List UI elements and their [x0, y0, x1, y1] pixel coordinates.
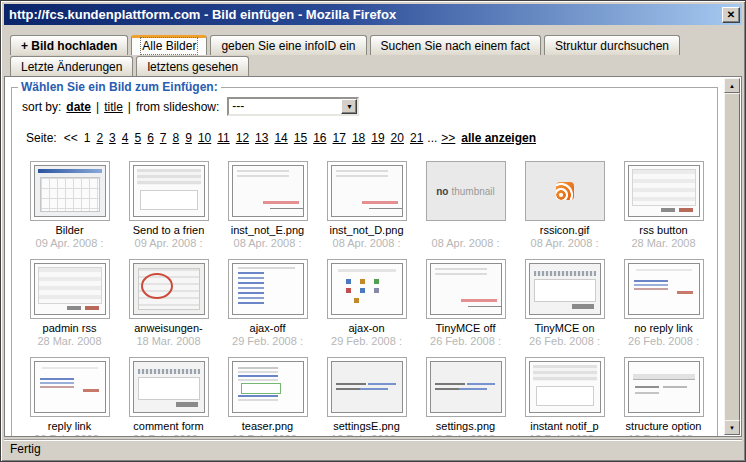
thumbnail-frame [624, 259, 704, 319]
thumbnail-cell: settings.png13 Feb. 2008 : [416, 357, 515, 436]
tab-letztens-gesehen[interactable]: letztens gesehen [136, 56, 249, 76]
tab-alle-bilder[interactable]: Alle Bilder [131, 35, 207, 55]
tab-struktur-durchsuchen[interactable]: Struktur durchsuchen [544, 35, 680, 55]
thumbnail-image[interactable] [628, 361, 700, 413]
no-thumbnail-label-bold: no [436, 186, 448, 197]
close-button[interactable]: ✕ [722, 7, 740, 23]
thumbnail-image[interactable]: nothumbnail [427, 162, 505, 220]
scroll-up-button[interactable]: ▲ [724, 78, 740, 93]
page-link-13[interactable]: 13 [255, 131, 268, 145]
scroll-up-icon: ▲ [729, 83, 735, 89]
sort-row: sort by: date | title | from slideshow: … [22, 97, 713, 116]
thumbnail-title: reply link [26, 419, 114, 433]
scroll-down-button[interactable]: ▼ [724, 420, 740, 435]
thumbnail-date: 28 Mar. 2008 [26, 335, 114, 348]
thumbnail-image[interactable] [34, 263, 106, 315]
tab-bar-secondary: Letzte Änderungenletztens gesehen [4, 56, 742, 76]
thumbnail-title: inst_not_E.png [224, 223, 312, 237]
thumbnail-date: 26 Feb. 2008 : [422, 335, 510, 348]
page-link-17[interactable]: 17 [333, 131, 346, 145]
thumbnail-cell: comment form26 Feb. 2008 : [119, 357, 218, 436]
thumbnail-image[interactable] [133, 361, 205, 413]
thumbnail-image[interactable] [232, 361, 304, 413]
thumbnail-image[interactable] [331, 165, 403, 217]
tab-suchen-sie-nach-einem-fact[interactable]: Suchen Sie nach einem fact [370, 35, 541, 55]
content-panel: Wählen Sie ein Bild zum Einfügen: sort b… [4, 76, 742, 437]
thumbnail-frame [426, 357, 506, 417]
page-link-11[interactable]: 11 [217, 131, 229, 145]
thumbnail-image[interactable] [34, 361, 106, 413]
thumbnail-title: ajax-off [224, 321, 312, 335]
thumbnail-cell: Send to a frien09 Apr. 2008 : [119, 161, 218, 250]
thumbnail-date: 18 Feb. 2008 : [224, 433, 312, 436]
page-link-10[interactable]: 10 [198, 131, 211, 145]
thumbnail-image[interactable] [34, 165, 106, 217]
thumbnail-image[interactable] [133, 263, 205, 315]
thumbnail-date: 13 Feb. 2008 : [323, 433, 411, 436]
thumbnail-image[interactable] [628, 263, 700, 315]
page-link-20[interactable]: 20 [391, 131, 404, 145]
page-link-18[interactable]: 18 [352, 131, 365, 145]
thumbnail-image[interactable] [430, 361, 502, 413]
thumbnail-frame [525, 259, 605, 319]
page-link-12[interactable]: 12 [236, 131, 249, 145]
thumbnail-frame [30, 357, 110, 417]
tab-bild-hochladen[interactable]: + Bild hochladen [10, 35, 128, 55]
sort-title-link[interactable]: title [104, 100, 123, 114]
tab-label: Alle Bilder [142, 39, 196, 53]
page-link-9[interactable]: 9 [185, 131, 192, 145]
page-link-8[interactable]: 8 [173, 131, 180, 145]
thumbnail-frame [624, 161, 704, 221]
thumbnail-image[interactable] [133, 165, 205, 217]
page-next-link[interactable]: >> [441, 131, 455, 145]
page-link-21[interactable]: 21 [410, 131, 423, 145]
rss-feed-icon[interactable] [526, 162, 604, 220]
dropdown-button[interactable]: ▼ [341, 99, 357, 114]
show-all-link[interactable]: alle anzeigen [461, 131, 536, 145]
thumbnail-cell: teaser.png18 Feb. 2008 : [218, 357, 317, 436]
thumbnail-image[interactable] [529, 263, 601, 315]
tab-geben-sie-eine-infoid-ein[interactable]: geben Sie eine infoID ein [210, 35, 366, 55]
sort-separator: | [96, 100, 99, 114]
thumbnail-image[interactable] [331, 263, 403, 315]
fieldset-legend: Wählen Sie ein Bild zum Einfügen: [18, 80, 221, 94]
slideshow-selected-value: --- [232, 99, 244, 113]
page-link-3[interactable]: 3 [109, 131, 116, 145]
page-link-14[interactable]: 14 [274, 131, 287, 145]
page-link-5[interactable]: 5 [134, 131, 141, 145]
thumbnail-title: TinyMCE off [422, 321, 510, 335]
slideshow-dropdown[interactable]: --- ▼ [227, 97, 359, 116]
thumbnail-image[interactable] [232, 165, 304, 217]
titlebar[interactable]: http://fcs.kundenplattform.com - Bild ei… [4, 4, 742, 25]
sort-date-link[interactable]: date [66, 100, 91, 114]
thumbnail-frame [525, 161, 605, 221]
thumbnail-cell: settingsE.png13 Feb. 2008 : [317, 357, 416, 436]
thumbnail-image[interactable] [628, 165, 700, 217]
page-link-7[interactable]: 7 [160, 131, 167, 145]
page-link-4[interactable]: 4 [122, 131, 129, 145]
thumbnail-cell: Bilder09 Apr. 2008 : [20, 161, 119, 250]
page-link-6[interactable]: 6 [147, 131, 154, 145]
thumbnail-image[interactable] [331, 361, 403, 413]
tab-label: Struktur durchsuchen [555, 39, 669, 53]
thumbnail-cell: no reply link26 Feb. 2008 : [614, 259, 713, 348]
thumbnail-image[interactable] [529, 361, 601, 413]
thumbnail-image[interactable] [232, 263, 304, 315]
page-link-16[interactable]: 16 [313, 131, 326, 145]
thumbnail-date: 13 Feb. 2008 : [422, 433, 510, 436]
thumbnail-title: Send to a frien [125, 223, 213, 237]
thumbnail-date: 08 Apr. 2008 : [323, 237, 411, 250]
page-link-2[interactable]: 2 [96, 131, 103, 145]
thumbnail-title: rss button [620, 223, 708, 237]
thumbnail-title: anweisungen- [125, 321, 213, 335]
thumbnail-title: ajax-on [323, 321, 411, 335]
status-text: Fertig [10, 442, 41, 456]
scrollbar-thumb[interactable] [724, 93, 740, 423]
page-prev-link[interactable]: << [64, 131, 78, 145]
page-link-19[interactable]: 19 [371, 131, 384, 145]
vertical-scrollbar[interactable]: ▲ ▼ [724, 78, 740, 435]
thumbnail-image[interactable] [430, 263, 502, 315]
tab-letzte-änderungen[interactable]: Letzte Änderungen [10, 56, 133, 76]
thumbnail-frame [525, 357, 605, 417]
page-link-15[interactable]: 15 [294, 131, 307, 145]
